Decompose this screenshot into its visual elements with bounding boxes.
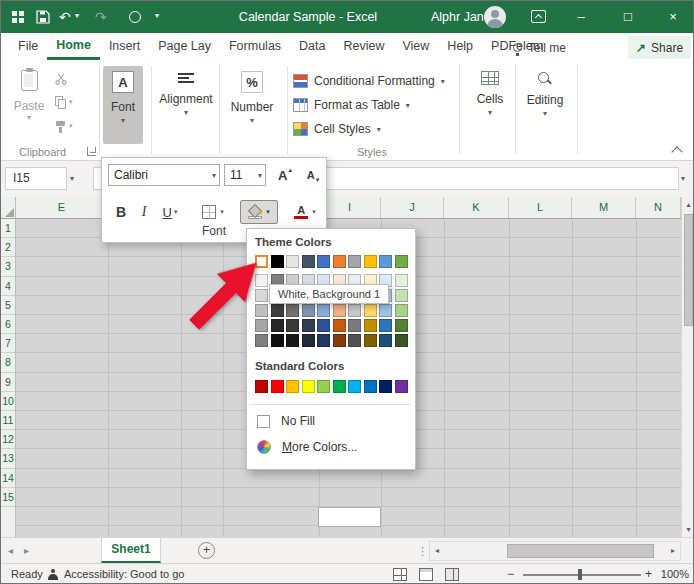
- theme-variant-swatch[interactable]: [271, 304, 284, 317]
- theme-variant-swatch[interactable]: [286, 304, 299, 317]
- tab-view[interactable]: View: [393, 33, 438, 60]
- theme-color-swatch[interactable]: [395, 255, 408, 268]
- theme-variant-swatch[interactable]: [364, 319, 377, 332]
- font-group-button[interactable]: A Font ▾: [103, 66, 143, 144]
- column-header-K[interactable]: K: [444, 197, 509, 218]
- theme-variant-swatch[interactable]: [364, 304, 377, 317]
- theme-variant-swatch[interactable]: [395, 274, 408, 287]
- theme-variant-swatch[interactable]: [271, 334, 284, 347]
- accessibility-status[interactable]: Accessibility: Good to go: [64, 564, 184, 584]
- standard-color-swatch[interactable]: [364, 380, 377, 393]
- row-header-7[interactable]: 7: [1, 334, 15, 353]
- row-header-6[interactable]: 6: [1, 315, 15, 334]
- zoom-level[interactable]: 100%: [659, 564, 689, 584]
- theme-variant-swatch[interactable]: [286, 334, 299, 347]
- sheet-nav-left-icon[interactable]: ◂: [8, 538, 13, 564]
- theme-color-swatch[interactable]: [302, 255, 315, 268]
- avatar[interactable]: [484, 6, 506, 28]
- fill-color-button[interactable]: ▾: [240, 200, 278, 224]
- alignment-group-button[interactable]: Alignment ▾: [155, 66, 217, 144]
- format-as-table-button[interactable]: Format as Table ▾: [293, 95, 410, 115]
- theme-variant-swatch[interactable]: [302, 304, 315, 317]
- theme-variant-swatch[interactable]: [348, 319, 361, 332]
- theme-color-swatch[interactable]: [286, 255, 299, 268]
- font-color-button[interactable]: A ▾: [286, 200, 324, 224]
- standard-color-swatch[interactable]: [333, 380, 346, 393]
- theme-variant-swatch[interactable]: [255, 304, 268, 317]
- underline-dropdown-icon[interactable]: ▾: [174, 208, 178, 216]
- vertical-scrollbar-thumb[interactable]: [684, 214, 693, 326]
- row-header-15[interactable]: 15: [1, 488, 15, 507]
- column-header-M[interactable]: M: [572, 197, 636, 218]
- font-name-dropdown-icon[interactable]: ▾: [212, 171, 216, 180]
- row-header-3[interactable]: 3: [1, 257, 15, 276]
- horizontal-scrollbar[interactable]: ◂ ▸: [429, 541, 681, 561]
- column-header-N[interactable]: N: [636, 197, 681, 218]
- theme-variant-swatch[interactable]: [364, 334, 377, 347]
- number-group-button[interactable]: % Number ▾: [223, 66, 281, 144]
- horizontal-scrollbar-thumb[interactable]: [507, 544, 654, 558]
- zoom-in-icon[interactable]: +: [645, 564, 652, 584]
- column-header-I[interactable]: I: [319, 197, 381, 218]
- row-header-2[interactable]: 2: [1, 238, 15, 257]
- theme-variant-swatch[interactable]: [395, 319, 408, 332]
- share-button[interactable]: ↗ Share: [628, 36, 691, 59]
- theme-color-swatch[interactable]: [317, 255, 330, 268]
- fill-color-dropdown-icon[interactable]: ▾: [266, 208, 270, 216]
- font-color-dropdown-icon[interactable]: ▾: [312, 208, 316, 216]
- column-header-L[interactable]: L: [509, 197, 572, 218]
- theme-color-swatch[interactable]: [271, 255, 284, 268]
- cells-group-button[interactable]: Cells ▾: [465, 66, 515, 144]
- row-header-1[interactable]: 1: [1, 219, 15, 238]
- standard-color-swatch[interactable]: [348, 380, 361, 393]
- maximize-button[interactable]: □: [611, 1, 645, 33]
- undo-dropdown-icon[interactable]: ▾: [75, 11, 79, 20]
- theme-color-swatch[interactable]: [348, 255, 361, 268]
- borders-button[interactable]: ▾: [194, 200, 232, 224]
- cell-styles-button[interactable]: Cell Styles ▾: [293, 119, 381, 139]
- tab-splitter[interactable]: ⋮: [417, 538, 428, 564]
- theme-variant-swatch[interactable]: [348, 304, 361, 317]
- theme-variant-swatch[interactable]: [348, 334, 361, 347]
- scroll-up-icon[interactable]: ▴: [682, 197, 694, 212]
- theme-variant-swatch[interactable]: [302, 319, 315, 332]
- row-header-8[interactable]: 8: [1, 353, 15, 372]
- zoom-slider[interactable]: [523, 574, 641, 576]
- theme-variant-swatch[interactable]: [302, 334, 315, 347]
- customize-quick-access-icon[interactable]: [129, 11, 141, 23]
- underline-button[interactable]: U ▾: [156, 200, 184, 224]
- redo-icon[interactable]: ↷: [95, 7, 107, 27]
- collapse-ribbon-icon[interactable]: [671, 146, 682, 157]
- increase-font-size-button[interactable]: A ▴: [272, 164, 298, 186]
- tab-data[interactable]: Data: [290, 33, 334, 60]
- standard-color-swatch[interactable]: [271, 380, 284, 393]
- theme-variant-swatch[interactable]: [255, 334, 268, 347]
- more-colors-option[interactable]: More Colors...: [247, 434, 415, 460]
- theme-variant-swatch[interactable]: [395, 334, 408, 347]
- ribbon-display-options-icon[interactable]: [531, 10, 546, 23]
- page-layout-view-icon[interactable]: [419, 568, 433, 581]
- cut-button[interactable]: [55, 70, 85, 88]
- minimize-button[interactable]: –: [564, 1, 598, 33]
- theme-variant-swatch[interactable]: [395, 289, 408, 302]
- tab-insert[interactable]: Insert: [100, 33, 149, 60]
- standard-color-swatch[interactable]: [302, 380, 315, 393]
- quick-access-dropdown-icon[interactable]: ▾: [155, 11, 159, 20]
- borders-dropdown-icon[interactable]: ▾: [220, 208, 224, 216]
- standard-color-swatch[interactable]: [255, 380, 268, 393]
- conditional-formatting-button[interactable]: Conditional Formatting ▾: [293, 71, 445, 91]
- clipboard-dialog-launcher[interactable]: [87, 147, 96, 156]
- theme-variant-swatch[interactable]: [379, 304, 392, 317]
- theme-color-swatch[interactable]: [333, 255, 346, 268]
- theme-color-swatch[interactable]: [379, 255, 392, 268]
- save-icon[interactable]: [34, 9, 52, 25]
- sheet-nav-right-icon[interactable]: ▸: [24, 538, 29, 564]
- tell-me[interactable]: Tell me: [513, 33, 566, 62]
- tab-formulas[interactable]: Formulas: [220, 33, 290, 60]
- decrease-font-size-button[interactable]: A ▾: [300, 164, 326, 186]
- tab-review[interactable]: Review: [334, 33, 393, 60]
- active-white-cell[interactable]: [318, 507, 381, 527]
- row-header-14[interactable]: 14: [1, 469, 15, 488]
- column-header-E[interactable]: E: [16, 197, 108, 218]
- name-box-dropdown-icon[interactable]: ▾: [70, 174, 74, 183]
